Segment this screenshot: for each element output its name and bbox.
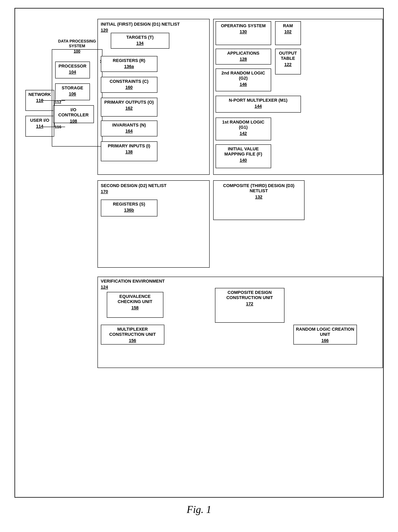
ram-number: 102 (278, 29, 298, 34)
targets-label: TARGETS (T) (126, 35, 154, 40)
registers-r-box: REGISTERS (R) 136a (101, 56, 158, 72)
registers-r-label: REGISTERS (R) (113, 58, 145, 63)
connector-h1 (54, 100, 65, 101)
output-table-box: OUTPUT TABLE 122 (275, 49, 301, 75)
second-random-logic-number: 146 (218, 82, 269, 87)
connector-h3 (41, 100, 54, 101)
registers-s-number: 136b (103, 208, 155, 213)
primary-outputs-label: PRIMARY OUTPUTS (O) (104, 100, 154, 105)
ram-label: RAM (283, 23, 293, 28)
constraints-number: 160 (103, 85, 155, 90)
second-random-logic-box: 2nd RANDOM LOGIC (G2) 146 (215, 69, 271, 91)
constraints-label: CONSTRAINTS (C) (110, 79, 148, 84)
userio-number: 114 (28, 124, 52, 129)
primary-inputs-box: PRIMARY INPUTS (I) 138 (101, 141, 158, 161)
storage-number: 106 (57, 91, 88, 96)
first-random-logic-number: 142 (218, 131, 269, 136)
verification-outer: VERIFICATION ENVIRONMENT 124 EQUIVALENCE… (97, 277, 383, 368)
initial-value-box: INITIAL VALUE MAPPING FILE (F) 140 (215, 144, 271, 168)
composite-construction-number: 172 (217, 301, 282, 306)
equivalence-number: 158 (109, 305, 161, 310)
verification-label: VERIFICATION ENVIRONMENT (101, 279, 165, 284)
mux-construction-number: 156 (103, 338, 162, 343)
equivalence-box: EQUIVALENCE CHECKING UNIT 158 (107, 292, 163, 318)
invariants-box: INVARIANTS (N) 164 (101, 120, 158, 136)
nport-mux-number: 144 (218, 104, 298, 109)
connector-h2 (54, 127, 65, 127)
random-logic-creation-number: 166 (296, 338, 354, 343)
fig-label: Fig. 1 (187, 504, 211, 515)
first-random-logic-label: 1st RANDOM LOGIC (G1) (222, 120, 264, 130)
registers-s-label: REGISTERS (S) (113, 202, 145, 207)
second-design-number: 170 (101, 189, 206, 194)
network-label: NETWORK (28, 92, 51, 97)
processor-number: 104 (57, 70, 88, 75)
operating-system-box: OPERATING SYSTEM 130 (215, 21, 271, 45)
mux-construction-box: MULTIPLEXER CONSTRUCTION UNIT 156 (101, 325, 164, 345)
iocontroller-number: 108 (56, 119, 92, 124)
first-random-logic-box: 1st RANDOM LOGIC (G1) 142 (215, 118, 271, 140)
nport-mux-box: N-PORT MULTIPLEXER (M1) 144 (215, 96, 301, 113)
storage-box: STORAGE 106 (55, 83, 90, 100)
ram-box: RAM 102 (275, 21, 301, 45)
primary-inputs-number: 138 (103, 149, 155, 154)
primary-inputs-label: PRIMARY INPUTS (I) (108, 143, 150, 148)
main-area: NETWORK 110 USER I/O 114 DATA PROCESSING… (21, 14, 377, 491)
registers-s-box: REGISTERS (S) 136b (101, 200, 158, 216)
constraints-box: CONSTRAINTS (C) 160 (101, 77, 158, 93)
storage-label: STORAGE (62, 85, 83, 90)
composite-third-number: 132 (217, 194, 301, 200)
random-logic-creation-box: RANDOM LOGIC CREATION UNIT 166 (293, 325, 357, 345)
nport-mux-label: N-PORT MULTIPLEXER (M1) (229, 98, 287, 103)
initial-value-label: INITIAL VALUE MAPPING FILE (F) (224, 146, 262, 157)
applications-number: 128 (218, 57, 269, 62)
composite-third-label: COMPOSITE (THIRD) DESIGN (D3) NETLIST (223, 183, 294, 193)
dps-outer: DATA PROCESSING SYSTEM 100 PROCESSOR 104… (52, 49, 102, 146)
invariants-label: INVARIANTS (N) (112, 122, 146, 127)
userio-box: USER I/O 114 (25, 116, 54, 137)
initial-value-number: 140 (218, 158, 269, 163)
userio-label: USER I/O (30, 118, 50, 123)
operating-system-number: 130 (218, 29, 269, 34)
second-design-label: SECOND DESIGN (D2) NETLIST (101, 183, 167, 188)
processor-box: PROCESSOR 104 (55, 62, 90, 78)
targets-number: 134 (113, 41, 167, 46)
second-design-outer: SECOND DESIGN (D2) NETLIST 170 REGISTERS… (97, 180, 210, 268)
applications-box: APPLICATIONS 128 (215, 49, 271, 64)
initial-design-number: 120 (101, 28, 206, 33)
targets-box: TARGETS (T) 134 (111, 33, 169, 49)
output-table-number: 122 (278, 62, 298, 67)
output-table-label: OUTPUT TABLE (279, 51, 297, 61)
registers-r-number: 136a (103, 64, 155, 69)
operating-system-label: OPERATING SYSTEM (221, 23, 266, 28)
dps-label: DATA PROCESSING SYSTEM (58, 39, 96, 48)
processor-label: PROCESSOR (59, 63, 87, 69)
random-logic-creation-label: RANDOM LOGIC CREATION UNIT (296, 327, 354, 337)
composite-third-outer: COMPOSITE (THIRD) DESIGN (D3) NETLIST 13… (213, 180, 304, 220)
connector-h4 (41, 127, 54, 127)
right-area-outer: OPERATING SYSTEM 130 RAM 102 APPLICATION… (213, 19, 383, 175)
composite-construction-box: COMPOSITE DESIGN CONSTRUCTION UNIT 172 (215, 288, 284, 323)
initial-design-label: INITIAL (FIRST) DESIGN (D1) NETLIST (101, 22, 180, 27)
dps-number: 100 (52, 49, 102, 54)
iocontroller-box: I/O CONTROLLER 108 (53, 105, 94, 123)
invariants-number: 164 (103, 128, 155, 134)
connector-v1 (54, 100, 55, 127)
primary-outputs-number: 162 (103, 106, 155, 111)
primary-outputs-box: PRIMARY OUTPUTS (O) 162 (101, 98, 158, 117)
composite-construction-label: COMPOSITE DESIGN CONSTRUCTION UNIT (226, 290, 273, 300)
initial-design-outer: INITIAL (FIRST) DESIGN (D1) NETLIST 120 … (97, 19, 210, 175)
diagram-container: NETWORK 110 USER I/O 114 DATA PROCESSING… (14, 8, 384, 498)
iocontroller-label: I/O CONTROLLER (58, 107, 89, 117)
equivalence-label: EQUIVALENCE CHECKING UNIT (118, 294, 152, 304)
mux-construction-label: MULTIPLEXER CONSTRUCTION UNIT (109, 327, 156, 337)
second-random-logic-label: 2nd RANDOM LOGIC (G2) (221, 70, 265, 81)
applications-label: APPLICATIONS (227, 51, 259, 56)
